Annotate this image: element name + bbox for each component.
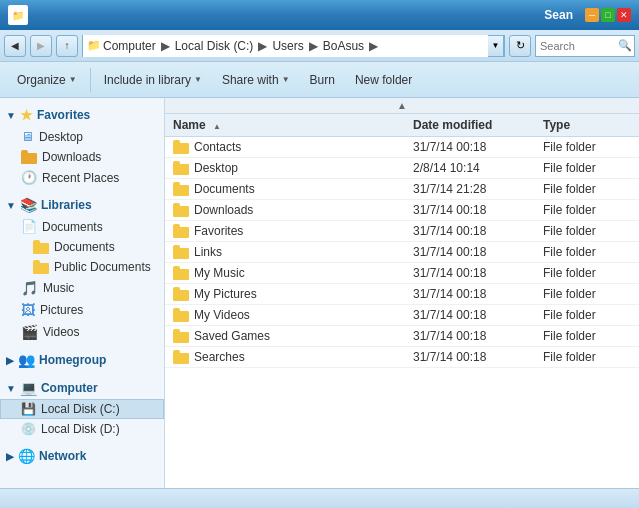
documents-icon: 📄 xyxy=(21,219,37,234)
libraries-icon: 📚 xyxy=(20,197,37,213)
file-date-cell: 31/7/14 00:18 xyxy=(413,350,543,364)
file-date-cell: 31/7/14 00:18 xyxy=(413,224,543,238)
file-folder-icon xyxy=(173,203,189,217)
table-row[interactable]: Links31/7/14 00:18File folder xyxy=(165,242,639,263)
sidebar-item-pictures[interactable]: 🖼 Pictures xyxy=(0,299,164,321)
column-name[interactable]: Name ▲ xyxy=(173,118,413,132)
close-button[interactable]: ✕ xyxy=(617,8,631,22)
sidebar: ▼ ★ Favorites 🖥 Desktop Downloads 🕐 Rece… xyxy=(0,98,165,488)
file-name-cell: My Music xyxy=(173,266,413,280)
file-date-cell: 31/7/14 00:18 xyxy=(413,203,543,217)
table-row[interactable]: Saved Games31/7/14 00:18File folder xyxy=(165,326,639,347)
organize-dropdown-arrow: ▼ xyxy=(69,75,77,84)
file-date-cell: 2/8/14 10:14 xyxy=(413,161,543,175)
back-button[interactable]: ◀ xyxy=(4,35,26,57)
favorites-icon: ★ xyxy=(20,107,33,123)
path-disk: Local Disk (C:) xyxy=(175,39,254,53)
file-type-cell: File folder xyxy=(543,224,631,238)
file-type-cell: File folder xyxy=(543,350,631,364)
column-type[interactable]: Type xyxy=(543,118,631,132)
sidebar-item-videos[interactable]: 🎬 Videos xyxy=(0,321,164,343)
file-date-cell: 31/7/14 00:18 xyxy=(413,245,543,259)
recent-places-icon: 🕐 xyxy=(21,170,37,185)
sidebar-item-recent-places[interactable]: 🕐 Recent Places xyxy=(0,167,164,188)
file-date-cell: 31/7/14 00:18 xyxy=(413,266,543,280)
sort-indicator: ▲ xyxy=(397,100,407,111)
address-path[interactable]: 📁 Computer ▶ Local Disk (C:) ▶ Users ▶ B… xyxy=(83,35,488,57)
table-row[interactable]: Documents31/7/14 21:28File folder xyxy=(165,179,639,200)
address-bar: ◀ ▶ ↑ 📁 Computer ▶ Local Disk (C:) ▶ Use… xyxy=(0,30,639,62)
sidebar-homegroup-header[interactable]: ▶ 👥 Homegroup xyxy=(0,349,164,371)
toolbar: Organize ▼ Include in library ▼ Share wi… xyxy=(0,62,639,98)
minimize-button[interactable]: ─ xyxy=(585,8,599,22)
burn-button[interactable]: Burn xyxy=(301,67,344,93)
homegroup-icon: 👥 xyxy=(18,352,35,368)
file-folder-icon xyxy=(173,140,189,154)
name-sort-arrow: ▲ xyxy=(213,122,221,131)
sidebar-libraries-header[interactable]: ▼ 📚 Libraries xyxy=(0,194,164,216)
title-bar-user: Sean xyxy=(544,8,573,22)
share-with-dropdown-arrow: ▼ xyxy=(282,75,290,84)
sidebar-network-header[interactable]: ▶ 🌐 Network xyxy=(0,445,164,467)
sidebar-computer-header[interactable]: ▼ 💻 Computer xyxy=(0,377,164,399)
up-button[interactable]: ↑ xyxy=(56,35,78,57)
sidebar-item-downloads[interactable]: Downloads xyxy=(0,147,164,167)
main-area: ▼ ★ Favorites 🖥 Desktop Downloads 🕐 Rece… xyxy=(0,98,639,488)
table-row[interactable]: My Videos31/7/14 00:18File folder xyxy=(165,305,639,326)
file-name-cell: My Pictures xyxy=(173,287,413,301)
include-library-button[interactable]: Include in library ▼ xyxy=(95,67,211,93)
sidebar-item-music[interactable]: 🎵 Music xyxy=(0,277,164,299)
file-folder-icon xyxy=(173,287,189,301)
network-icon: 🌐 xyxy=(18,448,35,464)
file-type-cell: File folder xyxy=(543,245,631,259)
toolbar-sep-1 xyxy=(90,68,91,92)
share-with-button[interactable]: Share with ▼ xyxy=(213,67,299,93)
file-type-cell: File folder xyxy=(543,161,631,175)
file-folder-icon xyxy=(173,224,189,238)
file-name-cell: Downloads xyxy=(173,203,413,217)
table-row[interactable]: Contacts31/7/14 00:18File folder xyxy=(165,137,639,158)
status-bar xyxy=(0,488,639,508)
file-type-cell: File folder xyxy=(543,329,631,343)
file-list-header: Name ▲ Date modified Type xyxy=(165,114,639,137)
include-library-dropdown-arrow: ▼ xyxy=(194,75,202,84)
sidebar-item-desktop[interactable]: 🖥 Desktop xyxy=(0,126,164,147)
file-folder-icon xyxy=(173,161,189,175)
refresh-button[interactable]: ↻ xyxy=(509,35,531,57)
downloads-icon xyxy=(21,150,37,164)
forward-button[interactable]: ▶ xyxy=(30,35,52,57)
organize-button[interactable]: Organize ▼ xyxy=(8,67,86,93)
pictures-icon: 🖼 xyxy=(21,302,35,318)
file-folder-icon xyxy=(173,266,189,280)
sidebar-item-documents-sub[interactable]: Documents xyxy=(0,237,164,257)
table-row[interactable]: Favorites31/7/14 00:18File folder xyxy=(165,221,639,242)
table-row[interactable]: My Music31/7/14 00:18File folder xyxy=(165,263,639,284)
sidebar-item-local-disk-d[interactable]: 💿 Local Disk (D:) xyxy=(0,419,164,439)
maximize-button[interactable]: □ xyxy=(601,8,615,22)
videos-icon: 🎬 xyxy=(21,324,38,340)
file-date-cell: 31/7/14 00:18 xyxy=(413,308,543,322)
path-boasus: BoAsus xyxy=(323,39,364,53)
file-type-cell: File folder xyxy=(543,203,631,217)
file-name-cell: Contacts xyxy=(173,140,413,154)
path-computer: Computer xyxy=(103,39,156,53)
sidebar-item-public-documents[interactable]: Public Documents xyxy=(0,257,164,277)
table-row[interactable]: My Pictures31/7/14 00:18File folder xyxy=(165,284,639,305)
table-row[interactable]: Downloads31/7/14 00:18File folder xyxy=(165,200,639,221)
file-name-cell: My Videos xyxy=(173,308,413,322)
table-row[interactable]: Desktop2/8/14 10:14File folder xyxy=(165,158,639,179)
new-folder-button[interactable]: New folder xyxy=(346,67,421,93)
table-row[interactable]: Searches31/7/14 00:18File folder xyxy=(165,347,639,368)
file-area: ▲ Name ▲ Date modified Type Contacts31/7… xyxy=(165,98,639,488)
file-type-cell: File folder xyxy=(543,308,631,322)
file-name-cell: Links xyxy=(173,245,413,259)
sidebar-item-local-disk-c[interactable]: 💾 Local Disk (C:) xyxy=(0,399,164,419)
file-folder-icon xyxy=(173,350,189,364)
search-input[interactable] xyxy=(536,40,618,52)
address-dropdown[interactable]: ▼ xyxy=(488,35,504,57)
file-folder-icon xyxy=(173,329,189,343)
column-date[interactable]: Date modified xyxy=(413,118,543,132)
sidebar-item-documents[interactable]: 📄 Documents xyxy=(0,216,164,237)
sidebar-favorites-header[interactable]: ▼ ★ Favorites xyxy=(0,104,164,126)
file-type-cell: File folder xyxy=(543,140,631,154)
